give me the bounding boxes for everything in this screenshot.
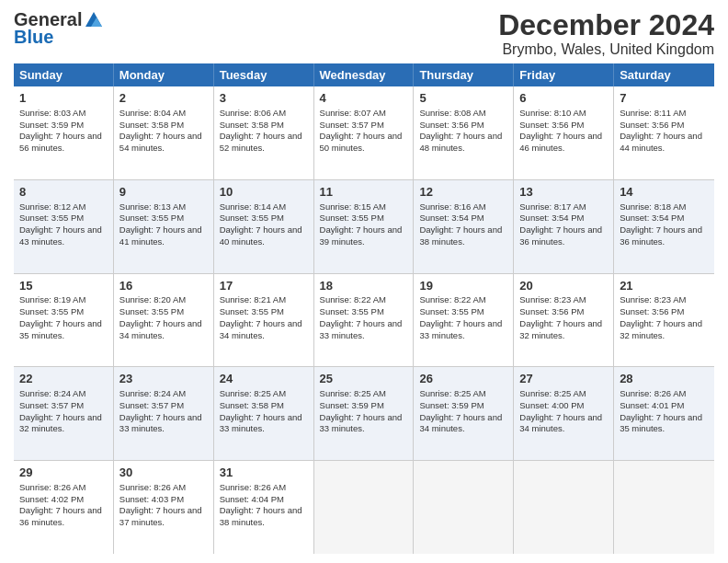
day-number: 10	[220, 184, 308, 201]
day-cell-7: 7Sunrise: 8:11 AMSunset: 3:56 PMDaylight…	[614, 86, 714, 179]
sunset: Sunset: 3:55 PM	[220, 306, 284, 316]
sunrise: Sunrise: 8:22 AM	[320, 294, 386, 304]
day-number: 17	[220, 278, 308, 294]
day-number: 23	[119, 371, 208, 387]
sunrise: Sunrise: 8:03 AM	[19, 108, 85, 118]
day-cell-16: 16Sunrise: 8:20 AMSunset: 3:55 PMDayligh…	[114, 274, 214, 367]
day-number: 28	[620, 371, 709, 387]
sunset: Sunset: 3:57 PM	[320, 120, 384, 130]
day-cell-30: 30Sunrise: 8:26 AMSunset: 4:03 PMDayligh…	[114, 461, 214, 554]
daylight: Daylight: 7 hours and 44 minutes.	[620, 131, 702, 153]
day-number: 21	[620, 278, 709, 294]
day-number: 16	[119, 278, 208, 294]
sunrise: Sunrise: 8:25 AM	[320, 388, 386, 398]
sunrise: Sunrise: 8:14 AM	[220, 201, 286, 212]
day-cell-31: 31Sunrise: 8:26 AMSunset: 4:04 PMDayligh…	[214, 461, 314, 554]
sunset: Sunset: 4:00 PM	[519, 400, 584, 410]
page: General Blue December 2024 Brymbo, Wales…	[0, 0, 728, 563]
daylight: Daylight: 7 hours and 56 minutes.	[19, 131, 102, 153]
sunrise: Sunrise: 8:24 AM	[19, 388, 85, 398]
sunrise: Sunrise: 8:04 AM	[119, 108, 186, 118]
day-number: 19	[419, 278, 507, 294]
day-cell-13: 13Sunrise: 8:17 AMSunset: 3:54 PMDayligh…	[514, 180, 614, 273]
day-number: 11	[320, 184, 408, 201]
day-cell-17: 17Sunrise: 8:21 AMSunset: 3:55 PMDayligh…	[214, 274, 314, 367]
sunset: Sunset: 3:55 PM	[320, 213, 384, 223]
sunset: Sunset: 3:59 PM	[419, 400, 483, 410]
daylight: Daylight: 7 hours and 48 minutes.	[419, 131, 502, 153]
sunset: Sunset: 3:55 PM	[220, 213, 284, 223]
logo-blue: Blue	[14, 27, 53, 48]
day-number: 26	[419, 371, 507, 387]
day-cell-19: 19Sunrise: 8:22 AMSunset: 3:55 PMDayligh…	[414, 274, 514, 367]
sunset: Sunset: 4:03 PM	[119, 494, 184, 504]
day-cell-2: 2Sunrise: 8:04 AMSunset: 3:58 PMDaylight…	[114, 86, 214, 179]
sunset: Sunset: 3:54 PM	[419, 213, 483, 223]
day-cell-3: 3Sunrise: 8:06 AMSunset: 3:58 PMDaylight…	[214, 86, 314, 179]
sunset: Sunset: 3:55 PM	[119, 306, 184, 316]
header-thursday: Thursday	[414, 63, 514, 86]
sunrise: Sunrise: 8:13 AM	[119, 201, 186, 212]
day-cell-24: 24Sunrise: 8:25 AMSunset: 3:58 PMDayligh…	[214, 367, 314, 460]
sunrise: Sunrise: 8:11 AM	[620, 108, 686, 118]
week-row-5: 29Sunrise: 8:26 AMSunset: 4:02 PMDayligh…	[14, 461, 714, 554]
sunrise: Sunrise: 8:23 AM	[620, 294, 686, 304]
sunset: Sunset: 3:55 PM	[19, 306, 84, 316]
sunset: Sunset: 3:56 PM	[620, 306, 684, 316]
day-cell-22: 22Sunrise: 8:24 AMSunset: 3:57 PMDayligh…	[14, 367, 114, 460]
sunset: Sunset: 3:56 PM	[620, 120, 684, 130]
day-number: 25	[320, 371, 408, 387]
day-number: 8	[19, 184, 108, 201]
daylight: Daylight: 7 hours and 50 minutes.	[320, 131, 403, 153]
day-cell-1: 1Sunrise: 8:03 AMSunset: 3:59 PMDaylight…	[14, 86, 114, 179]
sunset: Sunset: 3:57 PM	[119, 400, 184, 410]
logo-icon	[84, 10, 104, 30]
day-cell-27: 27Sunrise: 8:25 AMSunset: 4:00 PMDayligh…	[514, 367, 614, 460]
sunrise: Sunrise: 8:19 AM	[19, 294, 85, 304]
sunset: Sunset: 3:56 PM	[519, 120, 584, 130]
daylight: Daylight: 7 hours and 38 minutes.	[419, 224, 502, 247]
day-number: 6	[519, 90, 608, 107]
sunset: Sunset: 3:55 PM	[119, 213, 184, 223]
sunrise: Sunrise: 8:18 AM	[620, 201, 686, 212]
daylight: Daylight: 7 hours and 52 minutes.	[220, 131, 302, 153]
header-sunday: Sunday	[14, 63, 114, 86]
daylight: Daylight: 7 hours and 35 minutes.	[19, 318, 102, 340]
daylight: Daylight: 7 hours and 32 minutes.	[19, 412, 102, 434]
day-number: 2	[119, 90, 208, 107]
daylight: Daylight: 7 hours and 40 minutes.	[220, 224, 302, 247]
daylight: Daylight: 7 hours and 33 minutes.	[320, 318, 403, 340]
day-cell-25: 25Sunrise: 8:25 AMSunset: 3:59 PMDayligh…	[314, 367, 415, 460]
sunset: Sunset: 4:02 PM	[19, 494, 84, 504]
sunset: Sunset: 4:04 PM	[220, 494, 284, 504]
sunset: Sunset: 3:56 PM	[419, 120, 483, 130]
daylight: Daylight: 7 hours and 38 minutes.	[220, 505, 302, 527]
sunset: Sunset: 3:58 PM	[119, 120, 184, 130]
day-number: 15	[19, 278, 108, 294]
day-number: 12	[419, 184, 507, 201]
day-number: 20	[519, 278, 608, 294]
day-number: 30	[119, 465, 208, 481]
sunrise: Sunrise: 8:25 AM	[519, 388, 586, 398]
day-cell-29: 29Sunrise: 8:26 AMSunset: 4:02 PMDayligh…	[14, 461, 114, 554]
day-cell-20: 20Sunrise: 8:23 AMSunset: 3:56 PMDayligh…	[514, 274, 614, 367]
daylight: Daylight: 7 hours and 34 minutes.	[220, 318, 302, 340]
week-row-3: 15Sunrise: 8:19 AMSunset: 3:55 PMDayligh…	[14, 274, 714, 368]
day-cell-18: 18Sunrise: 8:22 AMSunset: 3:55 PMDayligh…	[314, 274, 415, 367]
logo: General Blue	[14, 9, 104, 48]
daylight: Daylight: 7 hours and 36 minutes.	[519, 224, 602, 247]
day-cell-9: 9Sunrise: 8:13 AMSunset: 3:55 PMDaylight…	[114, 180, 214, 273]
daylight: Daylight: 7 hours and 36 minutes.	[620, 224, 702, 247]
week-row-1: 1Sunrise: 8:03 AMSunset: 3:59 PMDaylight…	[14, 86, 714, 180]
sunrise: Sunrise: 8:15 AM	[320, 201, 386, 212]
sunset: Sunset: 3:58 PM	[220, 400, 284, 410]
daylight: Daylight: 7 hours and 34 minutes.	[419, 412, 502, 434]
sunrise: Sunrise: 8:24 AM	[119, 388, 186, 398]
calendar-body: 1Sunrise: 8:03 AMSunset: 3:59 PMDaylight…	[14, 86, 714, 554]
sunset: Sunset: 3:57 PM	[19, 400, 84, 410]
day-cell-12: 12Sunrise: 8:16 AMSunset: 3:54 PMDayligh…	[414, 180, 514, 273]
day-number: 9	[119, 184, 208, 201]
day-cell-6: 6Sunrise: 8:10 AMSunset: 3:56 PMDaylight…	[514, 86, 614, 179]
daylight: Daylight: 7 hours and 39 minutes.	[320, 224, 403, 247]
daylight: Daylight: 7 hours and 33 minutes.	[220, 412, 302, 434]
